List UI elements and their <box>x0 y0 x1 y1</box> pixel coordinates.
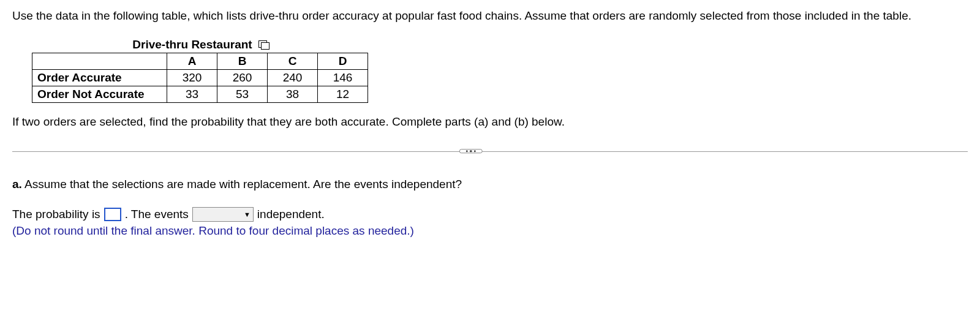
row-label: Order Not Accurate <box>32 86 167 102</box>
table-row: Order Accurate 320 260 240 146 <box>32 69 368 86</box>
divider-line <box>12 151 968 152</box>
independence-select[interactable]: ▼ <box>192 207 254 222</box>
chevron-down-icon: ▼ <box>244 211 251 218</box>
answer-after-select: independent. <box>257 208 325 221</box>
cell: 260 <box>217 69 268 86</box>
rounding-hint: (Do not round until the final answer. Ro… <box>12 224 968 238</box>
part-a-label: a. <box>12 178 22 191</box>
row-label: Order Accurate <box>32 69 167 86</box>
ellipsis-icon <box>466 150 469 153</box>
table-row: Order Not Accurate 33 53 38 12 <box>32 86 368 102</box>
cell: 146 <box>318 69 368 86</box>
popup-icon[interactable] <box>258 40 268 48</box>
data-table: A B C D Order Accurate 320 260 240 146 O… <box>32 53 368 103</box>
table-title-row: Drive-thru Restaurant <box>32 38 369 51</box>
answer-line: The probability is . The events ▼ indepe… <box>12 207 968 222</box>
cell: 12 <box>318 86 368 102</box>
answer-lead: The probability is <box>12 208 100 221</box>
col-c-header: C <box>268 53 318 69</box>
probability-input[interactable] <box>104 208 121 221</box>
part-a-question: a. Assume that the selections are made w… <box>12 178 968 191</box>
table-title: Drive-thru Restaurant <box>132 38 252 51</box>
answer-after-input: . The events <box>125 208 189 221</box>
cell: 38 <box>268 86 318 102</box>
expand-button[interactable] <box>459 149 483 154</box>
ellipsis-icon <box>470 150 472 153</box>
data-table-wrapper: Drive-thru Restaurant A B C D Order Accu… <box>32 38 968 103</box>
cell: 320 <box>167 69 217 86</box>
header-blank <box>32 53 167 69</box>
part-a-text: Assume that the selections are made with… <box>24 178 462 191</box>
col-d-header: D <box>318 53 368 69</box>
ellipsis-icon <box>474 150 477 153</box>
section-divider <box>12 145 968 158</box>
cell: 33 <box>167 86 217 102</box>
col-b-header: B <box>217 53 268 69</box>
cell: 53 <box>217 86 268 102</box>
intro-text: Use the data in the following table, whi… <box>12 7 968 25</box>
cell: 240 <box>268 69 318 86</box>
question-text: If two orders are selected, find the pro… <box>12 115 968 129</box>
col-a-header: A <box>167 53 217 69</box>
